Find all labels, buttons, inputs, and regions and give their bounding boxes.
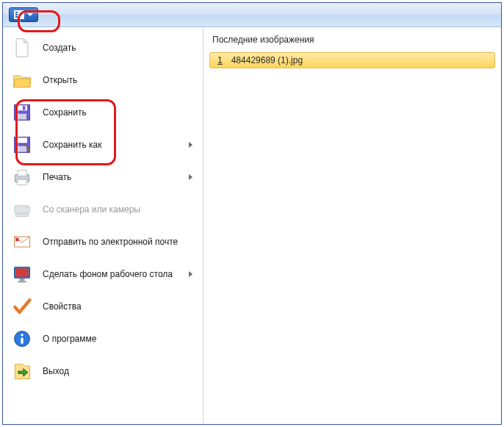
info-icon [10,327,34,351]
recent-item-filename: 484429689 (1).jpg [231,55,303,65]
menu-label: Со сканера или камеры [43,204,195,215]
menu-label: Создать [43,43,195,53]
menu-label: Сохранить [43,107,195,118]
svg-rect-14 [15,238,18,241]
menu-new[interactable]: Создать [6,32,200,64]
svg-rect-5 [17,137,27,143]
svg-rect-2 [18,114,26,120]
recent-item[interactable]: 1 484429689 (1).jpg [209,52,495,68]
save-as-icon [10,133,34,157]
chevron-right-icon [189,142,192,148]
svg-rect-9 [18,180,26,185]
menu-send-email[interactable]: Отправить по электронной почте [6,226,200,258]
menu-left-column: Создать Открыть Сохранить Сохранить как [3,27,203,424]
app-menu-button[interactable] [9,7,38,22]
file-menu-window: Создать Открыть Сохранить Сохранить как [2,2,502,425]
svg-rect-18 [18,281,26,283]
svg-rect-3 [23,106,26,110]
recent-header: Последние изображения [209,35,495,52]
titlebar [3,3,501,27]
chevron-right-icon [189,271,192,277]
app-menu-icon [14,10,24,19]
menu-print[interactable]: Печать [6,161,200,193]
menu-label: Свойства [43,301,195,312]
save-icon [10,101,34,124]
recent-item-number: 1 [217,55,223,65]
svg-rect-12 [15,213,29,216]
svg-rect-1 [17,105,27,110]
svg-rect-21 [21,337,24,344]
menu-set-wallpaper[interactable]: Сделать фоном рабочего стола [6,258,200,290]
checkmark-icon [10,295,34,318]
menu-label: Сделать фоном рабочего стола [43,269,180,279]
menu-about[interactable]: О программе [6,323,200,355]
svg-rect-16 [15,268,29,276]
menu-save-as[interactable]: Сохранить как [6,129,200,161]
menu-save[interactable]: Сохранить [6,96,200,129]
menu-exit[interactable]: Выход [6,355,200,387]
menu-label: Открыть [43,75,195,85]
menu-label: Отправить по электронной почте [43,237,195,247]
scanner-icon [10,198,34,221]
chevron-right-icon [189,174,192,180]
menu-open[interactable]: Открыть [6,64,200,96]
chevron-down-icon [27,13,33,16]
new-file-icon [10,36,34,60]
svg-rect-6 [18,146,26,152]
menu-label: О программе [43,334,195,344]
menu-scanner: Со сканера или камеры [6,193,200,226]
menu-properties[interactable]: Свойства [6,290,200,323]
menu-label: Выход [43,366,195,376]
menu-label: Сохранить как [43,140,180,150]
desktop-icon [10,262,34,286]
folder-open-icon [10,68,34,92]
svg-point-11 [26,206,29,209]
exit-icon [10,359,34,383]
printer-icon [10,165,34,189]
menu-content: Создать Открыть Сохранить Сохранить как [3,27,501,424]
svg-rect-17 [20,279,25,281]
recent-panel: Последние изображения 1 484429689 (1).jp… [203,27,501,424]
envelope-icon [10,230,34,254]
svg-point-20 [21,334,24,337]
menu-label: Печать [43,172,180,182]
svg-rect-8 [18,170,26,176]
